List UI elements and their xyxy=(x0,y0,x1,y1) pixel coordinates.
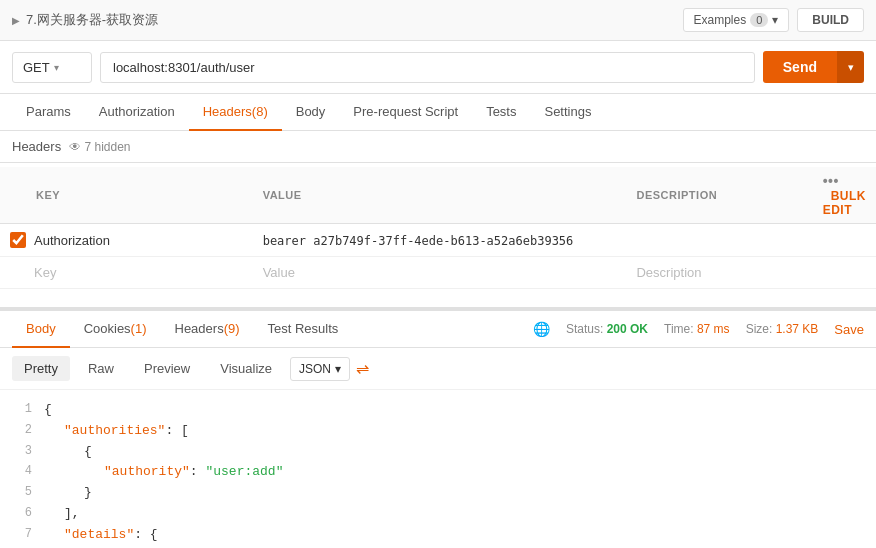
headers-title: Headers xyxy=(12,139,61,154)
resp-tab-headers[interactable]: Headers(9) xyxy=(161,311,254,348)
status-badge: 200 OK xyxy=(607,322,648,336)
code-content: } xyxy=(84,483,92,504)
tab-settings[interactable]: Settings xyxy=(530,94,605,131)
response-tabs: Body Cookies(1) Headers(9) Test Results xyxy=(12,311,352,347)
placeholder-value: Value xyxy=(263,265,295,280)
tab-headers[interactable]: Headers(8) xyxy=(189,94,282,131)
response-section: Body Cookies(1) Headers(9) Test Results … xyxy=(0,309,876,548)
col-key: KEY xyxy=(0,167,253,224)
response-tabs-row: Body Cookies(1) Headers(9) Test Results … xyxy=(0,311,876,348)
col-value: VALUE xyxy=(253,167,627,224)
line-number: 4 xyxy=(12,462,32,483)
line-number: 2 xyxy=(12,421,32,442)
url-bar: GET ▾ Send ▾ xyxy=(0,41,876,94)
response-meta: 🌐 Status: 200 OK Time: 87 ms Size: 1.37 … xyxy=(533,321,864,337)
examples-label: Examples xyxy=(694,13,747,27)
pretty-button[interactable]: Pretty xyxy=(12,356,70,381)
code-area: 1 { 2 "authorities": [ 3 { 4 "authority"… xyxy=(0,390,876,548)
desc-cell xyxy=(626,224,812,257)
url-input[interactable] xyxy=(100,52,755,83)
line-number: 7 xyxy=(12,525,32,546)
code-content: { xyxy=(44,400,52,421)
tab-params[interactable]: Params xyxy=(12,94,85,131)
top-bar: ▶ 7.网关服务器-获取资源 Examples 0 ▾ BUILD xyxy=(0,0,876,41)
headers-label: Headers 👁 7 hidden xyxy=(12,139,864,154)
table-row-placeholder: Key Value Description xyxy=(0,257,876,289)
col-description: DESCRIPTION xyxy=(626,167,812,224)
build-button[interactable]: BUILD xyxy=(797,8,864,32)
examples-button[interactable]: Examples 0 ▾ xyxy=(683,8,790,32)
code-line-4: 4 "authority": "user:add" xyxy=(12,462,864,483)
bulk-edit-button[interactable]: Bulk Edit xyxy=(823,189,866,217)
chevron-down-icon: ▾ xyxy=(335,362,341,376)
save-button[interactable]: Save xyxy=(834,322,864,337)
line-number: 5 xyxy=(12,483,32,504)
resp-tab-test-results[interactable]: Test Results xyxy=(254,311,353,348)
method-label: GET xyxy=(23,60,50,75)
row-checkbox[interactable] xyxy=(10,232,26,248)
code-content: "details": { xyxy=(64,525,158,546)
chevron-down-icon: ▾ xyxy=(772,13,778,27)
placeholder-key-cell: Key xyxy=(0,257,253,289)
value-cell: bearer a27b749f-37ff-4ede-b613-a52a6eb39… xyxy=(253,224,627,257)
headers-table: KEY VALUE DESCRIPTION ••• Bulk Edit Auth… xyxy=(0,167,876,289)
code-line-1: 1 { xyxy=(12,400,864,421)
placeholder-key: Key xyxy=(34,265,56,280)
code-line-2: 2 "authorities": [ xyxy=(12,421,864,442)
row-key: Authorization xyxy=(34,233,110,248)
placeholder-description: Description xyxy=(636,265,701,280)
line-number: 6 xyxy=(12,504,32,525)
examples-badge: 0 xyxy=(750,13,768,27)
method-dropdown[interactable]: GET ▾ xyxy=(12,52,92,83)
size-value: 1.37 KB xyxy=(776,322,819,336)
request-tabs: Params Authorization Headers(8) Body Pre… xyxy=(0,94,876,131)
breadcrumb: 7.网关服务器-获取资源 xyxy=(26,11,158,29)
dots-icon[interactable]: ••• xyxy=(823,173,839,189)
row-value: bearer a27b749f-37ff-4ede-b613-a52a6eb39… xyxy=(263,234,574,248)
send-dropdown-button[interactable]: ▾ xyxy=(837,51,864,83)
key-cell: Authorization xyxy=(0,224,253,257)
chevron-down-icon: ▾ xyxy=(54,62,59,73)
code-line-5: 5 } xyxy=(12,483,864,504)
expand-arrow-icon[interactable]: ▶ xyxy=(12,15,20,26)
json-format-select[interactable]: JSON ▾ xyxy=(290,357,350,381)
send-button-group: Send ▾ xyxy=(763,51,864,83)
time-value: 87 ms xyxy=(697,322,730,336)
table-row: Authorization bearer a27b749f-37ff-4ede-… xyxy=(0,224,876,257)
line-number: 1 xyxy=(12,400,32,421)
status-label: Status: 200 OK xyxy=(566,322,648,336)
hidden-badge: 👁 7 hidden xyxy=(69,140,130,154)
format-row: Pretty Raw Preview Visualize JSON ▾ ⇌ xyxy=(0,348,876,390)
code-content: "authorities": [ xyxy=(64,421,189,442)
line-number: 3 xyxy=(12,442,32,463)
resp-tab-cookies[interactable]: Cookies(1) xyxy=(70,311,161,348)
breadcrumb-area: ▶ 7.网关服务器-获取资源 xyxy=(12,11,158,29)
code-content: "authority": "user:add" xyxy=(104,462,283,483)
code-content: { xyxy=(84,442,92,463)
tab-prerequest[interactable]: Pre-request Script xyxy=(339,94,472,131)
top-bar-right: Examples 0 ▾ BUILD xyxy=(683,8,864,32)
tab-tests[interactable]: Tests xyxy=(472,94,530,131)
preview-button[interactable]: Preview xyxy=(132,356,202,381)
code-line-3: 3 { xyxy=(12,442,864,463)
size-meta: Size: 1.37 KB xyxy=(746,322,819,336)
code-line-6: 6 ], xyxy=(12,504,864,525)
visualize-button[interactable]: Visualize xyxy=(208,356,284,381)
globe-icon: 🌐 xyxy=(533,321,550,337)
resp-tab-body[interactable]: Body xyxy=(12,311,70,348)
raw-button[interactable]: Raw xyxy=(76,356,126,381)
code-content: ], xyxy=(64,504,80,525)
send-button[interactable]: Send xyxy=(763,51,837,83)
wrap-icon[interactable]: ⇌ xyxy=(356,359,369,378)
tab-authorization[interactable]: Authorization xyxy=(85,94,189,131)
col-actions: ••• Bulk Edit xyxy=(813,167,876,224)
time-meta: Time: 87 ms xyxy=(664,322,730,336)
tab-body[interactable]: Body xyxy=(282,94,340,131)
code-line-7: 7 "details": { xyxy=(12,525,864,546)
headers-section: Headers 👁 7 hidden xyxy=(0,131,876,163)
json-label: JSON xyxy=(299,362,331,376)
